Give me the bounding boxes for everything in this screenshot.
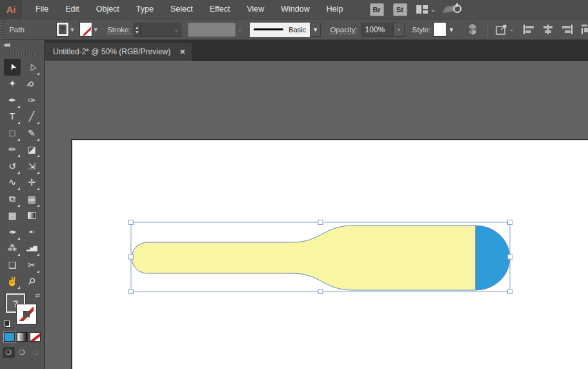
- tool-slice[interactable]: ✂: [23, 257, 40, 273]
- default-fill-stroke-icon[interactable]: [4, 321, 11, 328]
- tool-symbol-sprayer[interactable]: ⁂: [4, 240, 21, 257]
- chevron-down-icon: ⌄: [509, 26, 514, 32]
- tool-perspective-grid[interactable]: ▦: [23, 191, 40, 207]
- draw-inside-button[interactable]: ❍: [30, 347, 42, 358]
- opacity-label[interactable]: Opacity:: [330, 26, 357, 34]
- tool-shaper[interactable]: ✏: [4, 142, 21, 158]
- selection-handle[interactable]: [508, 255, 512, 259]
- selection-handle[interactable]: [129, 255, 134, 259]
- tool-width[interactable]: ∿: [4, 174, 21, 191]
- selection-handle[interactable]: [129, 290, 134, 294]
- menu-item-object[interactable]: Object: [88, 0, 128, 19]
- stroke-indicator[interactable]: [17, 304, 36, 324]
- menu-item-edit[interactable]: Edit: [57, 0, 88, 19]
- panel-grip-dots[interactable]: [9, 51, 35, 57]
- stroke-weight-select[interactable]: ⌄: [141, 23, 181, 37]
- tool-puppet-warp[interactable]: ✛: [23, 174, 40, 191]
- tool-magic-wand[interactable]: ✦: [4, 76, 21, 92]
- tool-eyedropper[interactable]: ✒: [4, 224, 21, 240]
- align-partial-icon[interactable]: [579, 24, 588, 35]
- bridge-button[interactable]: Br: [370, 3, 384, 16]
- direct-selection-icon: ▷: [26, 62, 37, 72]
- menu-item-window[interactable]: Window: [272, 0, 318, 19]
- panel-grip[interactable]: [0, 19, 4, 39]
- tool-artboard[interactable]: ❏: [4, 257, 21, 273]
- color-button[interactable]: [4, 332, 15, 342]
- selection-type-label: Path: [9, 26, 48, 34]
- stroke-weight-stepper[interactable]: ▲▼: [134, 23, 141, 37]
- type-icon: T: [10, 111, 15, 121]
- selection-handle[interactable]: [318, 220, 323, 225]
- tool-pen[interactable]: ✒: [4, 92, 21, 109]
- menu-item-select[interactable]: Select: [162, 0, 201, 19]
- tool-rectangle[interactable]: □: [4, 125, 21, 142]
- stroke-weight-label[interactable]: Stroke:: [107, 26, 130, 34]
- tool-gradient[interactable]: [23, 207, 40, 224]
- fill-color-swatch[interactable]: ?: [57, 23, 68, 36]
- stroke-color-swatch[interactable]: [80, 23, 92, 36]
- selection-handle[interactable]: [508, 290, 512, 294]
- stroke-chevron-icon[interactable]: ▼: [92, 26, 99, 33]
- selection-handle[interactable]: [508, 220, 512, 225]
- brush-style-select[interactable]: Basic: [250, 23, 310, 37]
- tool-column-graph[interactable]: ▂▅▇: [23, 240, 40, 257]
- menu-item-help[interactable]: Help: [318, 0, 352, 19]
- close-tab-icon[interactable]: ✕: [179, 48, 185, 56]
- bat-shape[interactable]: [132, 226, 476, 290]
- tool-type[interactable]: T: [4, 109, 21, 125]
- isolate-icon: [495, 24, 509, 36]
- gradient-button[interactable]: [17, 332, 28, 342]
- menu-item-file[interactable]: File: [27, 0, 57, 19]
- tool-scale[interactable]: ⇲: [23, 158, 40, 174]
- style-swatch[interactable]: [434, 23, 445, 36]
- gradient-icon: [28, 212, 36, 219]
- tool-blend[interactable]: ●○: [23, 224, 40, 240]
- align-center-icon[interactable]: [542, 24, 554, 35]
- tool-eraser[interactable]: ◪: [23, 142, 40, 158]
- align-right-icon[interactable]: [560, 24, 573, 35]
- menu-item-view[interactable]: View: [238, 0, 272, 19]
- tools-panel: ◀◀ ➤▷✦ρ✒✑T╱□✎✏◪↺⇲∿✛⧉▦▩✒●○⁂▂▅▇❏✂✌⚲ ? ⇄ ❍❍…: [0, 40, 45, 369]
- brush-style-chevron[interactable]: ▼: [310, 23, 321, 37]
- opacity-more-button[interactable]: ›: [393, 23, 404, 37]
- draw-behind-button[interactable]: ❍: [16, 347, 28, 358]
- swap-fill-stroke-icon[interactable]: ⇄: [35, 292, 40, 299]
- none-button[interactable]: [30, 332, 41, 342]
- selection-handle[interactable]: [318, 290, 323, 294]
- symbol-sprayer-icon: ⁂: [8, 243, 17, 253]
- tool-paintbrush[interactable]: ✎: [23, 125, 40, 142]
- document-tab-title: Untitled-2* @ 50% (RGB/Preview): [53, 47, 170, 56]
- tool-lasso[interactable]: ρ: [23, 76, 40, 92]
- opacity-input[interactable]: 100%: [361, 23, 394, 37]
- style-label: Style:: [412, 26, 431, 34]
- stock-button[interactable]: St: [393, 3, 407, 16]
- collapse-panel-button[interactable]: ◀◀: [3, 42, 8, 48]
- tool-line-segment[interactable]: ╱: [23, 109, 40, 125]
- slice-icon: ✂: [28, 260, 35, 270]
- fill-chevron-icon[interactable]: ▼: [68, 26, 76, 33]
- menu-item-type[interactable]: Type: [128, 0, 162, 19]
- recolor-artwork-icon[interactable]: [467, 23, 478, 36]
- tool-hand[interactable]: ✌: [4, 273, 21, 290]
- document-tab[interactable]: Untitled-2* @ 50% (RGB/Preview) ✕: [45, 43, 192, 61]
- tool-curvature[interactable]: ✑: [23, 92, 40, 109]
- selection-handle[interactable]: [129, 220, 134, 225]
- draw-normal-button[interactable]: ❍: [3, 347, 15, 358]
- tool-rotate[interactable]: ↺: [4, 158, 21, 174]
- tool-zoom[interactable]: ⚲: [23, 273, 40, 290]
- align-left-icon[interactable]: [523, 24, 536, 35]
- workspace-switcher[interactable]: ⌄: [416, 5, 436, 14]
- tool-direct-selection[interactable]: ▷: [23, 59, 40, 76]
- document-tab-bar: Untitled-2* @ 50% (RGB/Preview) ✕: [45, 40, 588, 61]
- column-graph-icon: ▂▅▇: [26, 246, 36, 251]
- isolate-object-button[interactable]: ⌄: [495, 24, 514, 36]
- menu-item-effect[interactable]: Effect: [201, 0, 239, 19]
- touch-workspace-icon[interactable]: [445, 3, 461, 16]
- tool-mesh[interactable]: ▩: [4, 207, 21, 224]
- canvas[interactable]: [45, 61, 588, 369]
- style-chevron-icon[interactable]: ▼: [446, 23, 457, 37]
- tool-selection[interactable]: ➤: [4, 59, 21, 76]
- bat-cap-shape[interactable]: [476, 226, 510, 290]
- selection-icon: ➤: [6, 62, 18, 72]
- tool-shape-builder[interactable]: ⧉: [4, 191, 21, 207]
